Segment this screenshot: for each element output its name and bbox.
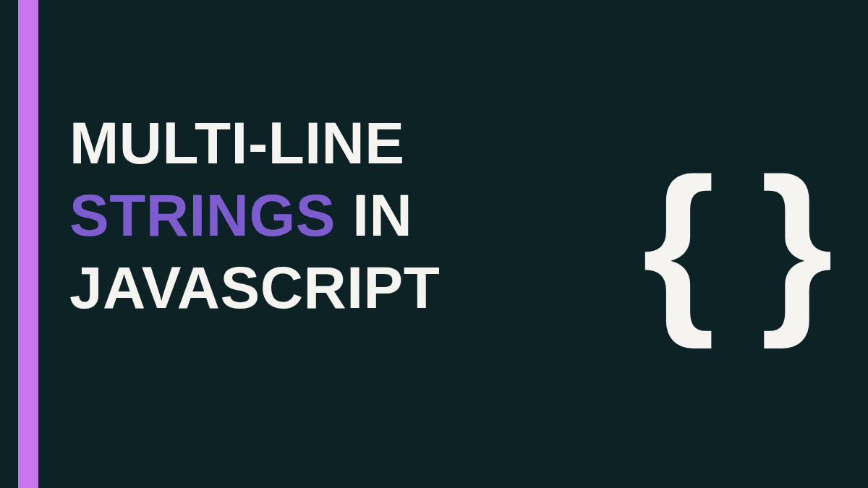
title-text: Multi-line Strings in JavaScript <box>69 107 440 324</box>
left-brace-icon: { <box>642 150 715 338</box>
title-line-1: Multi-line <box>69 107 440 179</box>
right-brace-icon: } <box>760 150 833 338</box>
title-line-2-rest: in <box>336 182 412 248</box>
accent-bar <box>18 0 38 488</box>
title-line-3: JavaScript <box>69 252 440 324</box>
title-highlight: Strings <box>69 182 336 248</box>
banner-container: Multi-line Strings in JavaScript { } <box>0 0 868 488</box>
braces-icon: { } <box>642 150 833 338</box>
title-line-2: Strings in <box>69 179 440 252</box>
